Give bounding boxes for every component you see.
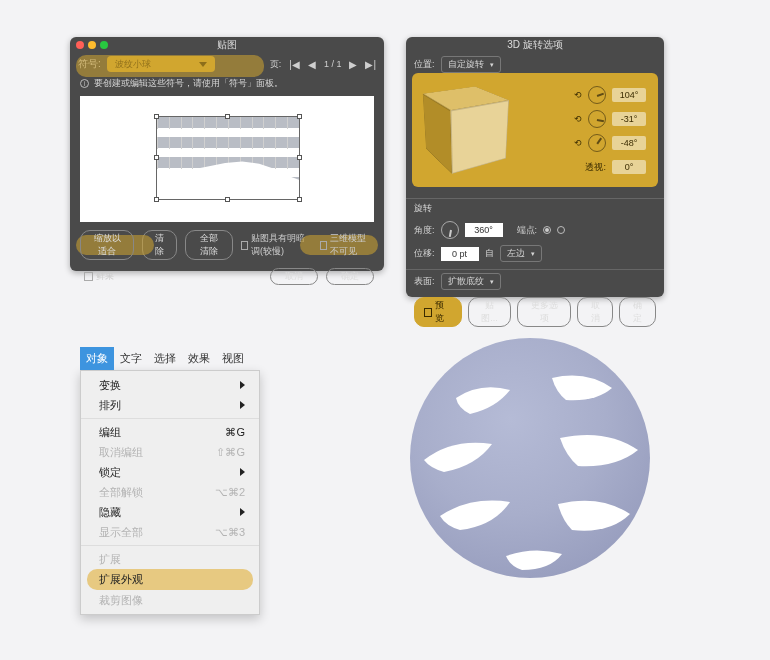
- mi-show-all: 显示全部⌥⌘3: [81, 522, 259, 542]
- preview-label: 预览: [435, 299, 451, 325]
- nav-prev[interactable]: ◀: [308, 59, 316, 70]
- page-value: 1 / 1: [324, 59, 342, 69]
- invisible-label: 三维模型不可见: [330, 232, 374, 258]
- titlebar: 3D 旋转选项: [406, 37, 664, 53]
- rot-x-value[interactable]: 104°: [612, 88, 646, 102]
- map-art-button[interactable]: 贴图...: [468, 297, 512, 327]
- hint-text: 要创建或编辑这些符号，请使用「符号」面板。: [94, 77, 283, 90]
- shortcut: ⌘G: [225, 425, 245, 439]
- object-dropdown: 变换 排列 编组⌘G 取消编组⇧⌘G 锁定 全部解锁⌥⌘2 隐藏 显示全部⌥⌘3…: [80, 370, 260, 615]
- cancel-button[interactable]: 取消: [270, 268, 318, 285]
- ok-button[interactable]: 确定: [619, 297, 656, 327]
- tab-object[interactable]: 对象: [80, 347, 114, 370]
- from-label: 自: [485, 247, 494, 260]
- submenu-icon: [240, 508, 245, 516]
- ok-button[interactable]: 确定: [326, 268, 374, 285]
- cap-on-radio[interactable]: [543, 226, 551, 234]
- submenu-icon: [240, 468, 245, 476]
- preview-area[interactable]: [80, 96, 374, 222]
- nav-next[interactable]: ▶: [349, 59, 357, 70]
- angle-value[interactable]: 360°: [465, 223, 503, 237]
- window-max[interactable]: [100, 41, 108, 49]
- from-value: 左边: [507, 247, 525, 260]
- mi-group[interactable]: 编组⌘G: [81, 422, 259, 442]
- surface-dropdown[interactable]: 扩散底纹▾: [441, 273, 501, 290]
- from-dropdown[interactable]: 左边▾: [500, 245, 542, 262]
- preview-checkbox[interactable]: 预览: [414, 297, 462, 327]
- perspective-value[interactable]: 0°: [612, 160, 646, 174]
- angle-dial[interactable]: [441, 221, 459, 239]
- position-value: 自定旋转: [448, 58, 484, 71]
- clear-all-button[interactable]: 全部清除: [185, 230, 233, 260]
- mi-ungroup: 取消编组⇧⌘G: [81, 442, 259, 462]
- more-options-button[interactable]: 更多选项: [517, 297, 570, 327]
- nav-first[interactable]: |◀: [289, 59, 300, 70]
- rot-z-dial[interactable]: [588, 134, 606, 152]
- mi-expand: 扩展: [81, 549, 259, 569]
- invisible-checkbox[interactable]: 三维模型不可见: [320, 232, 374, 258]
- fit-button[interactable]: 缩放以适合: [80, 230, 134, 260]
- mi-hide[interactable]: 隐藏: [81, 502, 259, 522]
- mapped-art[interactable]: [156, 116, 300, 200]
- titlebar: 贴图: [70, 37, 384, 53]
- mi-transform[interactable]: 变换: [81, 375, 259, 395]
- shortcut: ⇧⌘G: [216, 445, 245, 459]
- axis-x-icon: ⟲: [574, 90, 582, 100]
- mi-expand-appearance[interactable]: 扩展外观: [87, 569, 253, 590]
- perspective-label: 透视:: [585, 161, 606, 174]
- window-close[interactable]: [76, 41, 84, 49]
- info-icon: i: [80, 79, 89, 88]
- rot-x-dial[interactable]: [588, 86, 606, 104]
- offset-label: 位移:: [414, 247, 435, 260]
- rot-y-value[interactable]: -31°: [612, 112, 646, 126]
- position-label: 位置:: [414, 58, 435, 71]
- rot-y-dial[interactable]: [588, 110, 606, 128]
- cap-off-radio[interactable]: [557, 226, 565, 234]
- 3d-revolve-dialog: 3D 旋转选项 位置: 自定旋转 ▾ ⟲ 104°: [406, 37, 664, 297]
- tab-text[interactable]: 文字: [114, 347, 148, 370]
- axis-z-icon: ⟲: [574, 138, 582, 148]
- preview-label: 鲜果: [96, 270, 114, 283]
- rotate-section-label: 旋转: [414, 202, 432, 215]
- tab-select[interactable]: 选择: [148, 347, 182, 370]
- offset-value[interactable]: 0 pt: [441, 247, 479, 261]
- cancel-button[interactable]: 取消: [577, 297, 614, 327]
- map-art-dialog: 贴图 符号: 波纹小球 页: |◀ ◀ 1 / 1 ▶ ▶| i 要创建或编辑这…: [70, 37, 384, 271]
- rot-z-value[interactable]: -48°: [612, 136, 646, 150]
- angle-label: 角度:: [414, 224, 435, 237]
- menu-tabs: 对象 文字 选择 效果 视图: [80, 347, 260, 370]
- mi-unlock-all: 全部解锁⌥⌘2: [81, 482, 259, 502]
- highlight-symbol: [76, 55, 264, 77]
- page-label: 页:: [270, 58, 282, 71]
- mi-arrange[interactable]: 排列: [81, 395, 259, 415]
- submenu-icon: [240, 401, 245, 409]
- highlight-3d-block: ⟲ 104° ⟲ -31° ⟲ -48° 透视: 0°: [412, 73, 658, 187]
- mi-crop-image: 裁剪图像: [81, 590, 259, 610]
- position-dropdown[interactable]: 自定旋转 ▾: [441, 56, 501, 73]
- axis-y-icon: ⟲: [574, 114, 582, 124]
- preview-checkbox[interactable]: 鲜果: [84, 270, 114, 283]
- shortcut: ⌥⌘3: [215, 525, 245, 539]
- title: 贴图: [217, 38, 237, 52]
- result-sphere: [410, 338, 650, 578]
- submenu-icon: [240, 381, 245, 389]
- nav-last[interactable]: ▶|: [365, 59, 376, 70]
- rotation-cube[interactable]: [434, 95, 504, 165]
- shortcut: ⌥⌘2: [215, 485, 245, 499]
- tab-effect[interactable]: 效果: [182, 347, 216, 370]
- mi-lock[interactable]: 锁定: [81, 462, 259, 482]
- title: 3D 旋转选项: [507, 38, 563, 52]
- tab-view[interactable]: 视图: [216, 347, 250, 370]
- window-min[interactable]: [88, 41, 96, 49]
- object-menu: 对象 文字 选择 效果 视图 变换 排列 编组⌘G 取消编组⇧⌘G 锁定 全部解…: [80, 347, 260, 615]
- surface-value: 扩散底纹: [448, 275, 484, 288]
- cap-label: 端点:: [517, 224, 538, 237]
- surface-label: 表面:: [414, 275, 435, 288]
